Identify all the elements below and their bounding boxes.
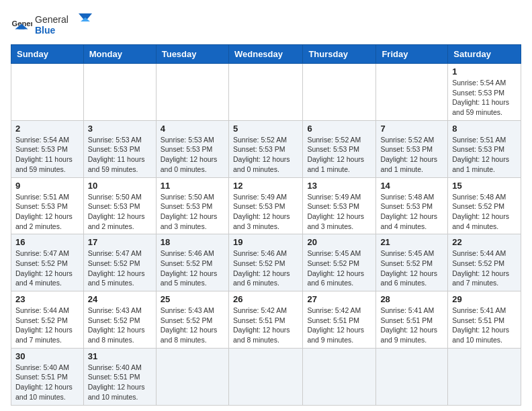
calendar-cell: 27Sunrise: 5:42 AM Sunset: 5:51 PM Dayli… — [303, 291, 376, 349]
day-info: Sunrise: 5:47 AM Sunset: 5:52 PM Dayligh… — [88, 248, 152, 288]
day-info: Sunrise: 5:46 AM Sunset: 5:52 PM Dayligh… — [233, 248, 298, 288]
calendar-cell: 17Sunrise: 5:47 AM Sunset: 5:52 PM Dayli… — [83, 234, 156, 291]
calendar-week-row: 16Sunrise: 5:47 AM Sunset: 5:52 PM Dayli… — [11, 234, 521, 291]
calendar-cell: 1Sunrise: 5:54 AM Sunset: 5:53 PM Daylig… — [448, 64, 521, 121]
logo-wordmark: General Blue — [35, 11, 95, 39]
day-number: 17 — [88, 237, 152, 247]
calendar-cell — [376, 348, 448, 405]
weekday-header-sunday: Sunday — [11, 45, 84, 64]
day-info: Sunrise: 5:51 AM Sunset: 5:53 PM Dayligh… — [15, 192, 79, 232]
day-info: Sunrise: 5:54 AM Sunset: 5:53 PM Dayligh… — [452, 78, 517, 118]
day-number: 10 — [88, 181, 152, 191]
day-info: Sunrise: 5:40 AM Sunset: 5:51 PM Dayligh… — [88, 363, 152, 402]
day-info: Sunrise: 5:46 AM Sunset: 5:52 PM Dayligh… — [161, 248, 224, 288]
calendar-cell — [156, 348, 228, 405]
calendar-cell — [11, 64, 84, 121]
calendar-table: SundayMondayTuesdayWednesdayThursdayFrid… — [11, 44, 521, 406]
day-number: 29 — [452, 294, 517, 304]
day-info: Sunrise: 5:53 AM Sunset: 5:53 PM Dayligh… — [161, 135, 224, 175]
day-info: Sunrise: 5:47 AM Sunset: 5:52 PM Dayligh… — [15, 248, 79, 288]
calendar-cell: 11Sunrise: 5:50 AM Sunset: 5:53 PM Dayli… — [156, 177, 228, 234]
calendar-cell — [83, 64, 156, 121]
calendar-cell: 7Sunrise: 5:52 AM Sunset: 5:53 PM Daylig… — [376, 120, 448, 177]
day-number: 19 — [233, 237, 298, 247]
day-info: Sunrise: 5:49 AM Sunset: 5:53 PM Dayligh… — [307, 192, 371, 232]
day-number: 8 — [452, 124, 517, 134]
day-info: Sunrise: 5:45 AM Sunset: 5:52 PM Dayligh… — [380, 248, 443, 288]
day-number: 7 — [380, 124, 443, 134]
day-info: Sunrise: 5:41 AM Sunset: 5:51 PM Dayligh… — [380, 306, 443, 345]
day-number: 31 — [88, 351, 152, 361]
day-info: Sunrise: 5:44 AM Sunset: 5:52 PM Dayligh… — [452, 248, 517, 288]
day-number: 25 — [161, 294, 224, 304]
calendar-cell: 3Sunrise: 5:53 AM Sunset: 5:53 PM Daylig… — [83, 120, 156, 177]
day-number: 14 — [380, 181, 443, 191]
calendar-week-row: 1Sunrise: 5:54 AM Sunset: 5:53 PM Daylig… — [11, 64, 521, 121]
day-number: 13 — [307, 181, 371, 191]
weekday-header-friday: Friday — [376, 45, 448, 64]
day-number: 30 — [15, 351, 79, 361]
weekday-header-wednesday: Wednesday — [228, 45, 302, 64]
day-info: Sunrise: 5:50 AM Sunset: 5:53 PM Dayligh… — [88, 192, 152, 232]
day-number: 12 — [233, 181, 298, 191]
day-info: Sunrise: 5:52 AM Sunset: 5:53 PM Dayligh… — [380, 135, 443, 175]
day-number: 1 — [452, 66, 517, 77]
calendar-cell: 2Sunrise: 5:54 AM Sunset: 5:53 PM Daylig… — [11, 120, 84, 177]
day-info: Sunrise: 5:52 AM Sunset: 5:53 PM Dayligh… — [307, 135, 371, 175]
svg-text:Blue: Blue — [35, 25, 56, 36]
day-number: 24 — [88, 294, 152, 304]
calendar-cell: 9Sunrise: 5:51 AM Sunset: 5:53 PM Daylig… — [11, 177, 84, 234]
day-number: 28 — [380, 294, 443, 304]
calendar-cell: 14Sunrise: 5:48 AM Sunset: 5:53 PM Dayli… — [376, 177, 448, 234]
calendar-cell: 30Sunrise: 5:40 AM Sunset: 5:51 PM Dayli… — [11, 348, 84, 405]
calendar-cell — [228, 64, 302, 121]
day-info: Sunrise: 5:40 AM Sunset: 5:51 PM Dayligh… — [15, 363, 79, 402]
day-number: 20 — [307, 237, 371, 247]
calendar-cell — [376, 64, 448, 121]
calendar-cell: 25Sunrise: 5:43 AM Sunset: 5:52 PM Dayli… — [156, 291, 228, 349]
day-info: Sunrise: 5:54 AM Sunset: 5:53 PM Dayligh… — [15, 135, 79, 175]
calendar-cell: 31Sunrise: 5:40 AM Sunset: 5:51 PM Dayli… — [83, 348, 156, 405]
calendar-cell: 6Sunrise: 5:52 AM Sunset: 5:53 PM Daylig… — [303, 120, 376, 177]
calendar-cell: 20Sunrise: 5:45 AM Sunset: 5:52 PM Dayli… — [303, 234, 376, 291]
day-info: Sunrise: 5:43 AM Sunset: 5:52 PM Dayligh… — [88, 306, 152, 345]
calendar-cell — [156, 64, 228, 121]
calendar-cell: 8Sunrise: 5:51 AM Sunset: 5:53 PM Daylig… — [448, 120, 521, 177]
day-number: 11 — [161, 181, 224, 191]
calendar-week-row: 30Sunrise: 5:40 AM Sunset: 5:51 PM Dayli… — [11, 348, 521, 405]
day-number: 27 — [307, 294, 371, 304]
day-number: 16 — [15, 237, 79, 247]
day-info: Sunrise: 5:50 AM Sunset: 5:53 PM Dayligh… — [161, 192, 224, 232]
day-number: 9 — [15, 181, 79, 191]
day-info: Sunrise: 5:41 AM Sunset: 5:51 PM Dayligh… — [452, 306, 517, 345]
day-info: Sunrise: 5:49 AM Sunset: 5:53 PM Dayligh… — [233, 192, 298, 232]
day-number: 18 — [161, 237, 224, 247]
calendar-week-row: 9Sunrise: 5:51 AM Sunset: 5:53 PM Daylig… — [11, 177, 521, 234]
day-number: 4 — [161, 124, 224, 134]
day-info: Sunrise: 5:42 AM Sunset: 5:51 PM Dayligh… — [307, 306, 371, 345]
calendar-header-row: SundayMondayTuesdayWednesdayThursdayFrid… — [11, 45, 521, 64]
day-info: Sunrise: 5:43 AM Sunset: 5:52 PM Dayligh… — [161, 306, 224, 345]
calendar-cell: 5Sunrise: 5:52 AM Sunset: 5:53 PM Daylig… — [228, 120, 302, 177]
day-number: 21 — [380, 237, 443, 247]
logo-icon: General — [11, 14, 32, 36]
day-number: 6 — [307, 124, 371, 134]
day-number: 26 — [233, 294, 298, 304]
day-info: Sunrise: 5:44 AM Sunset: 5:52 PM Dayligh… — [15, 306, 79, 345]
calendar-cell: 23Sunrise: 5:44 AM Sunset: 5:52 PM Dayli… — [11, 291, 84, 349]
calendar-cell — [448, 348, 521, 405]
day-info: Sunrise: 5:48 AM Sunset: 5:52 PM Dayligh… — [452, 192, 517, 232]
weekday-header-thursday: Thursday — [303, 45, 376, 64]
header: General General Blue — [11, 11, 521, 39]
calendar-week-row: 2Sunrise: 5:54 AM Sunset: 5:53 PM Daylig… — [11, 120, 521, 177]
weekday-header-monday: Monday — [83, 45, 156, 64]
calendar-cell: 21Sunrise: 5:45 AM Sunset: 5:52 PM Dayli… — [376, 234, 448, 291]
calendar-cell: 29Sunrise: 5:41 AM Sunset: 5:51 PM Dayli… — [448, 291, 521, 349]
day-number: 15 — [452, 181, 517, 191]
day-number: 2 — [15, 124, 79, 134]
calendar-cell: 28Sunrise: 5:41 AM Sunset: 5:51 PM Dayli… — [376, 291, 448, 349]
calendar-week-row: 23Sunrise: 5:44 AM Sunset: 5:52 PM Dayli… — [11, 291, 521, 349]
calendar-cell — [228, 348, 302, 405]
day-info: Sunrise: 5:42 AM Sunset: 5:51 PM Dayligh… — [233, 306, 298, 345]
weekday-header-saturday: Saturday — [448, 45, 521, 64]
